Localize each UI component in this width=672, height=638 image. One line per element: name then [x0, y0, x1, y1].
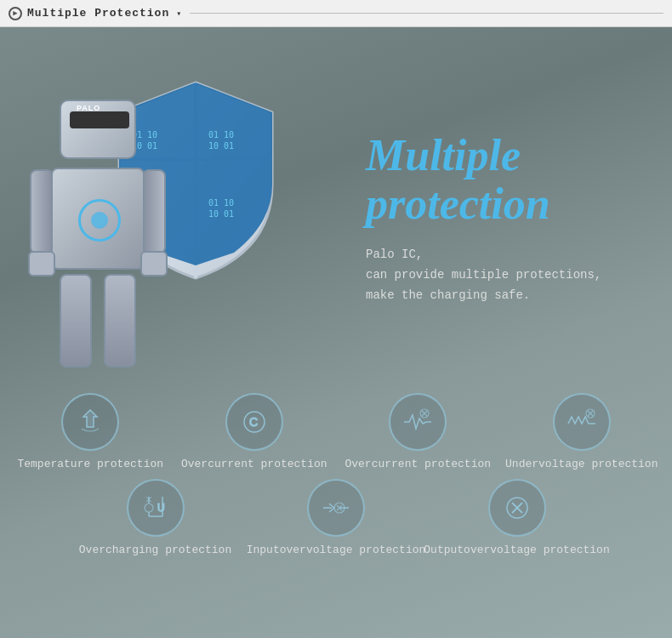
protection-item-overcharging: U Overcharging protection	[79, 479, 232, 556]
svg-text:01 10: 01 10	[208, 130, 234, 140]
heartbeat-x-icon	[401, 405, 435, 439]
robot-left-leg	[60, 274, 92, 367]
protection-item-overcurrent2: Overcurrent protection	[341, 393, 494, 470]
header-divider	[190, 13, 663, 14]
robot-torso	[51, 168, 145, 270]
robot-left-hand	[28, 251, 55, 276]
inputovervoltage-icon-circle	[307, 479, 365, 537]
protection-item-temperature: Temperature protection	[14, 393, 167, 470]
robot-right-leg	[104, 274, 136, 367]
bolt-shield-icon	[73, 405, 107, 439]
undervoltage-icon-circle	[553, 393, 611, 451]
protection-item-outputovervoltage: Outputovervoltage protection	[441, 479, 594, 556]
robot-head: PALO	[60, 100, 136, 159]
main-content: 01 10 10 01 01 10 10 01 01 10 10 01 01 1…	[0, 27, 672, 638]
robot-chest-circle	[78, 199, 121, 242]
outputovervoltage-label: Outputovervoltage protection	[424, 544, 609, 556]
circuit-arrow-icon	[319, 491, 353, 525]
top-section: 01 10 10 01 01 10 10 01 01 10 10 01 01 1…	[0, 27, 672, 393]
overcurrent2-icon-circle	[389, 393, 447, 451]
protection-item-inputovervoltage: Inputovervoltage protection	[259, 479, 413, 556]
icon-row-1: Temperature protection C Overcurrent pro…	[0, 393, 672, 470]
robot-visor	[70, 111, 129, 128]
overcurrent2-label: Overcurrent protection	[345, 458, 491, 470]
overcurrent1-label: Overcurrent protection	[181, 458, 327, 470]
robot-figure: PALO	[30, 100, 166, 372]
text-section: Multiple protection Palo IC, can provide…	[340, 131, 638, 306]
play-icon: ▶	[9, 7, 22, 20]
main-title: Multiple protection	[366, 131, 638, 228]
svg-text:01 10: 01 10	[208, 198, 234, 208]
chevron-down-icon: ▾	[176, 9, 181, 19]
robot-chest-inner	[91, 212, 108, 229]
protection-item-overcurrent1: C Overcurrent protection	[178, 393, 331, 470]
temperature-icon-circle	[61, 393, 119, 451]
temperature-label: Temperature protection	[17, 458, 163, 470]
inputovervoltage-label: Inputovervoltage protection	[247, 544, 426, 556]
overcharging-icon-circle: U	[127, 479, 185, 537]
circle-x-icon	[500, 491, 534, 525]
robot-left-arm	[30, 169, 54, 254]
icon-row-2: U Overcharging protection Inputoverv	[0, 479, 672, 556]
svg-text:C: C	[249, 415, 258, 429]
overcurrent1-icon-circle: C	[225, 393, 283, 451]
robot-right-hand	[140, 251, 168, 276]
header-bar: ▶ Multiple Protection ▾	[0, 0, 672, 27]
sub-text: Palo IC, can provide multiple protection…	[366, 245, 638, 305]
svg-text:10 01: 10 01	[208, 141, 234, 151]
svg-point-23	[145, 504, 153, 512]
outputovervoltage-icon-circle	[488, 479, 546, 537]
circuit-u-icon: U	[139, 491, 173, 525]
wave-x-icon	[565, 405, 599, 439]
svg-text:U: U	[157, 502, 165, 514]
undervoltage-label: Undervoltage protection	[505, 458, 658, 470]
circle-c-icon: C	[237, 405, 271, 439]
protection-item-undervoltage: Undervoltage protection	[505, 393, 658, 470]
overcharging-label: Overcharging protection	[79, 544, 231, 556]
robot-right-arm	[142, 169, 166, 254]
svg-text:10 01: 10 01	[208, 209, 234, 219]
header-title: Multiple Protection	[27, 7, 169, 20]
svg-marker-14	[83, 410, 97, 427]
robot-area: 01 10 10 01 01 10 10 01 01 10 10 01 01 1…	[17, 57, 340, 380]
